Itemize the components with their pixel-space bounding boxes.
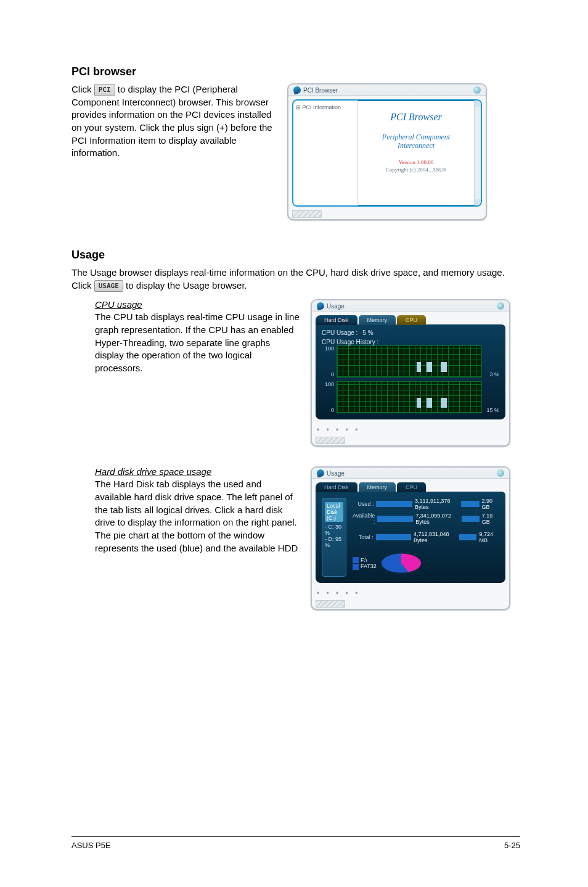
tab-harddisk[interactable]: Hard Disk: [316, 315, 357, 325]
usage-hd-tabs: Hard Disk Memory CPU: [316, 482, 505, 492]
pci-heading: PCI browser: [71, 65, 520, 78]
usage-intro-post: to display the Usage browser.: [126, 280, 247, 291]
close-icon[interactable]: [497, 302, 504, 310]
footer-right: 5-25: [504, 841, 520, 850]
usage-hd-wtitle: Usage: [327, 470, 345, 477]
scrollbar[interactable]: [474, 101, 481, 205]
footer-left: ASUS P5E: [71, 841, 111, 850]
app-icon: [316, 469, 325, 478]
cpu-graph-2: [337, 381, 482, 413]
usage-intro: The Usage browser displays real-time inf…: [71, 266, 520, 292]
cpu-graph-1: [337, 345, 482, 377]
pci-tree-item[interactable]: ⊞ PCI Information: [296, 104, 355, 110]
legend-f: F:\: [361, 557, 367, 563]
pci-window: PCI Browser ⊞ PCI Information PCI Browse…: [287, 83, 487, 220]
pci-main-title: PCI Browser: [390, 112, 441, 123]
axis-0b: 0: [331, 407, 334, 413]
tab-memory[interactable]: Memory: [359, 482, 396, 492]
pci-sub2: Interconnect: [398, 141, 435, 150]
cpu-pct-2: 15 %: [484, 407, 499, 413]
pci-version: Version 1.00.00: [399, 159, 434, 165]
tab-memory[interactable]: Memory: [359, 315, 396, 325]
page-footer: ASUS P5E 5-25: [71, 836, 520, 850]
used-bytes: 3,111,911,376 Bytes: [415, 498, 459, 510]
drive-selected[interactable]: Local Disk (C:): [325, 502, 343, 522]
tab-cpu[interactable]: CPU: [397, 482, 426, 492]
used-gb: 2.90 GB: [482, 498, 499, 510]
cpu-pct-1: 3 %: [484, 371, 499, 377]
pci-button-inline: PCI: [94, 84, 115, 96]
app-icon: [316, 302, 325, 311]
cpu-subheading: CPU usage: [95, 299, 300, 310]
drive-c[interactable]: - C: 30 %: [325, 524, 343, 536]
close-icon[interactable]: [473, 86, 481, 94]
cpu-usage-label: CPU Usage :: [322, 329, 357, 336]
total-label: Total :: [353, 534, 374, 540]
usage-cpu-wtitle: Usage: [327, 303, 345, 310]
usage-hd-titlebar: Usage: [312, 468, 509, 479]
hd-subheading: Hard disk drive space usage: [95, 466, 300, 477]
avail-label: Available :: [353, 513, 375, 525]
axis-0: 0: [331, 371, 334, 377]
app-icon: [293, 86, 302, 95]
tab-harddisk[interactable]: Hard Disk: [316, 482, 357, 492]
usage-cpu-window: Usage Hard Disk Memory CPU CPU Usage : 5…: [311, 299, 510, 447]
drive-details: Used : 3,111,911,376 Bytes 2.90 GB Avail…: [353, 498, 499, 577]
used-label: Used :: [353, 501, 374, 507]
cpu-usage-value: 5 %: [362, 329, 373, 336]
pager-dots: • • • • •: [312, 587, 509, 600]
cpu-paragraph: The CPU tab displays real-time CPU usage…: [95, 311, 300, 374]
resize-grip: [292, 210, 322, 218]
pci-paragraph: Click PCI to display the PCI (Peripheral…: [71, 83, 276, 160]
close-icon[interactable]: [497, 469, 504, 477]
resize-grip: [316, 437, 345, 444]
pci-copyright: Copyright (c) 2004 , ASUS: [386, 167, 446, 173]
usage-hd-window: Usage Hard Disk Memory CPU Local Disk (C…: [311, 466, 510, 610]
usage-tabs: Hard Disk Memory CPU: [316, 315, 505, 325]
pci-sub1: Peripheral Component: [382, 133, 450, 141]
usage-button-inline: USAGE: [94, 280, 123, 292]
pci-window-title: PCI Browser: [303, 87, 338, 94]
axis-100b: 100: [325, 381, 334, 387]
avail-bytes: 7,341,099,072 Bytes: [415, 513, 459, 525]
tab-cpu[interactable]: CPU: [397, 315, 426, 325]
pci-pre: Click: [71, 84, 94, 94]
pci-window-titlebar: PCI Browser: [288, 85, 486, 96]
pager-dots: • • • • •: [312, 423, 509, 437]
cpu-history-label: CPU Usage History :: [322, 339, 499, 345]
usage-heading: Usage: [71, 249, 520, 262]
legend-fat: FAT32: [361, 563, 377, 569]
pci-main-panel: PCI Browser Peripheral Component Interco…: [358, 101, 474, 205]
drive-d[interactable]: - D: 95 %: [325, 536, 343, 548]
usage-cpu-titlebar: Usage: [312, 300, 509, 311]
resize-grip: [316, 600, 345, 608]
hd-paragraph: The Hard Disk tab displays the used and …: [95, 478, 300, 555]
axis-100: 100: [325, 345, 334, 352]
pci-tree-panel: ⊞ PCI Information: [293, 101, 358, 205]
pie-chart: [382, 554, 421, 573]
pie-legend: F:\ FAT32: [353, 557, 377, 570]
avail-gb: 7.19 GB: [482, 513, 499, 525]
drive-list: Local Disk (C:) - C: 30 % - D: 95 %: [322, 498, 346, 577]
total-bytes: 4,712,831,048 Bytes: [414, 531, 457, 543]
total-mb: 9,724 MB: [479, 531, 499, 543]
